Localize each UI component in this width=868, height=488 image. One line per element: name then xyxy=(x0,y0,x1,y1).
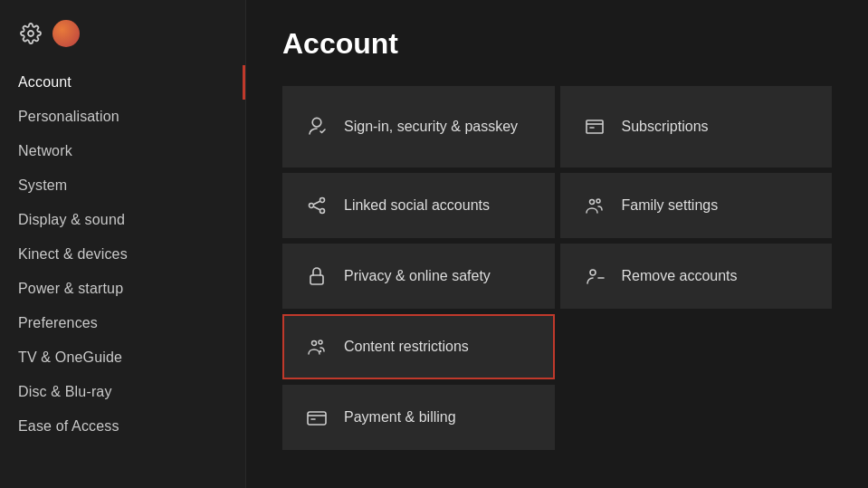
sidebar-item-preferences[interactable]: Preferences xyxy=(0,306,245,340)
svg-point-14 xyxy=(312,341,317,346)
sidebar-item-disc-bluray[interactable]: Disc & Blu-ray xyxy=(0,375,245,409)
setting-content-restrictions[interactable]: Content restrictions xyxy=(282,314,555,379)
svg-point-16 xyxy=(320,351,321,352)
svg-point-12 xyxy=(590,270,596,275)
person-security-icon xyxy=(304,116,329,138)
avatar[interactable] xyxy=(52,20,80,47)
settings-grid: Sign-in, security & passkey Subscription… xyxy=(282,86,832,450)
svg-rect-11 xyxy=(310,275,323,284)
svg-point-9 xyxy=(589,200,594,205)
sidebar-item-power-startup[interactable]: Power & startup xyxy=(0,272,245,306)
sidebar-top xyxy=(0,11,245,65)
linked-social-icon xyxy=(304,195,329,216)
sidebar-item-account[interactable]: Account xyxy=(0,65,245,100)
sidebar-item-ease-access[interactable]: Ease of Access xyxy=(0,409,245,444)
setting-subscriptions[interactable]: Subscriptions xyxy=(560,86,833,167)
page-title: Account xyxy=(282,27,832,61)
sidebar-item-kinect-devices[interactable]: Kinect & devices xyxy=(0,237,245,272)
svg-point-5 xyxy=(310,204,314,208)
svg-point-10 xyxy=(596,199,600,203)
setting-signin-security[interactable]: Sign-in, security & passkey xyxy=(282,86,555,167)
sidebar-item-network[interactable]: Network xyxy=(0,134,245,168)
content-restrict-icon xyxy=(304,336,329,358)
main-content: Account Sign-in, security & passkey xyxy=(246,0,868,488)
subscriptions-label: Subscriptions xyxy=(622,118,709,137)
setting-remove-accounts[interactable]: Remove accounts xyxy=(560,244,833,309)
svg-line-7 xyxy=(313,201,320,205)
svg-point-0 xyxy=(28,31,33,36)
remove-accounts-label: Remove accounts xyxy=(622,267,738,286)
privacy-safety-label: Privacy & online safety xyxy=(344,267,491,286)
subscriptions-icon xyxy=(582,116,607,138)
lock-icon xyxy=(304,265,329,287)
svg-point-4 xyxy=(320,198,325,203)
svg-rect-1 xyxy=(587,120,603,133)
setting-linked-social[interactable]: Linked social accounts xyxy=(282,173,555,238)
gear-icon[interactable] xyxy=(18,21,43,46)
family-settings-icon xyxy=(582,195,607,216)
sidebar-item-display-sound[interactable]: Display & sound xyxy=(0,203,245,237)
sidebar-item-personalisation[interactable]: Personalisation xyxy=(0,100,245,134)
sidebar: Account Personalisation Network System D… xyxy=(0,0,246,488)
family-settings-label: Family settings xyxy=(622,196,719,215)
svg-point-15 xyxy=(319,340,322,344)
sidebar-item-tv-oneguide[interactable]: TV & OneGuide xyxy=(0,340,245,375)
svg-point-6 xyxy=(320,209,325,214)
setting-payment-billing[interactable]: Payment & billing xyxy=(282,385,555,450)
signin-security-label: Sign-in, security & passkey xyxy=(344,118,518,137)
empty-cell xyxy=(560,314,833,379)
payment-icon xyxy=(304,407,329,428)
svg-rect-17 xyxy=(308,412,326,425)
svg-line-8 xyxy=(313,206,320,210)
setting-privacy-safety[interactable]: Privacy & online safety xyxy=(282,244,555,309)
payment-billing-label: Payment & billing xyxy=(344,408,456,427)
sidebar-item-system[interactable]: System xyxy=(0,168,245,203)
linked-social-label: Linked social accounts xyxy=(344,196,490,215)
setting-family-settings[interactable]: Family settings xyxy=(560,173,833,238)
sidebar-nav: Account Personalisation Network System D… xyxy=(0,65,245,444)
person-remove-icon xyxy=(582,265,607,287)
content-restrictions-label: Content restrictions xyxy=(344,338,469,357)
